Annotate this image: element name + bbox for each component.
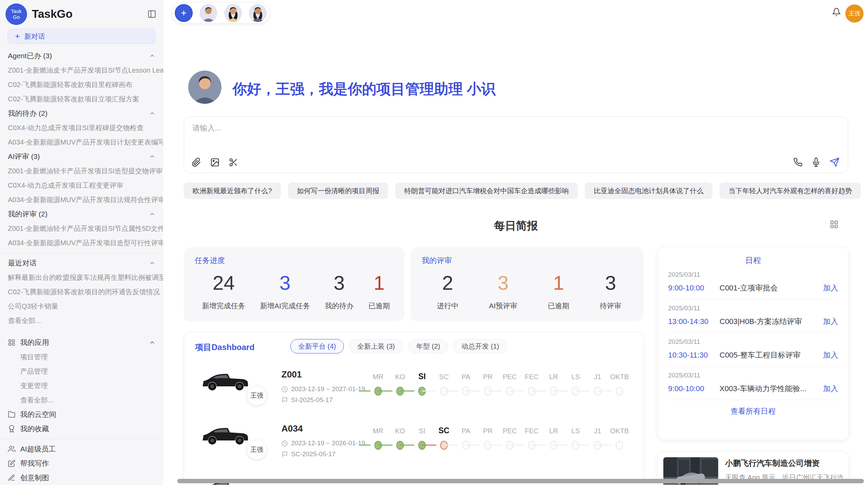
dashboard-tab[interactable]: 动总开发 (1) <box>454 339 507 353</box>
project-dates-text: 2023-12-19 ~ 2026-01-19 <box>291 439 365 447</box>
sidebar-recent-item[interactable]: 查看全部... <box>0 313 163 328</box>
input-right-tools <box>793 157 840 167</box>
sidebar-task-item[interactable]: C0X4-动力总成开发项目工程变更评审 <box>0 178 163 192</box>
sidebar-task-item[interactable]: Z001-全新燃油轻卡产品开发项目SI造型提交物评审 <box>0 164 163 178</box>
project-car-image <box>200 420 252 451</box>
sidebar-task-item[interactable]: C0X4-动力总成开发项目SI里程碑提交物检查 <box>0 121 163 135</box>
stat-label: 我的待办 <box>325 301 353 311</box>
sidebar-tool-users[interactable]: AI超级员工 <box>0 442 163 456</box>
folder-icon <box>8 411 15 418</box>
agent-avatar[interactable] <box>200 4 217 22</box>
project-dashboard-card: 项目Dashboard 全新平台 (4)全新上装 (3)年型 (2)动总开发 (… <box>184 332 643 485</box>
dashboard-tab[interactable]: 全新平台 (4) <box>290 339 344 353</box>
dashboard-tab[interactable]: 全新上装 (3) <box>349 339 403 353</box>
chevron-up-icon[interactable] <box>149 110 156 117</box>
voice-call-icon[interactable] <box>793 158 803 167</box>
brief-layout-icon[interactable] <box>830 220 839 229</box>
sidebar-group-header-0[interactable]: Agent已办 (3) <box>0 49 163 63</box>
milestone-line <box>532 390 546 391</box>
chevron-up-icon[interactable] <box>149 52 156 59</box>
chevron-up-icon[interactable] <box>149 153 156 160</box>
sidebar-task-item[interactable]: A034-全新新能源MUV产品开发项目造型可行性评审 <box>0 236 163 250</box>
send-icon[interactable] <box>830 157 840 167</box>
schedule-date: 2025/03/11 <box>668 271 838 278</box>
sidebar-item-label: 我的收藏 <box>20 424 156 434</box>
chevron-up-icon[interactable] <box>149 260 156 266</box>
sidebar-task-item[interactable]: A034-全新新能源MUV产品开发项目法规符合性评审 <box>0 192 163 207</box>
join-link[interactable]: 加入 <box>823 316 838 327</box>
dashboard-tab[interactable]: 年型 (2) <box>408 339 448 353</box>
users-icon <box>8 445 15 453</box>
sidebar-collapse-icon[interactable] <box>147 10 156 18</box>
sidebar-list: Agent已办 (3)Z001-全新燃油皮卡产品开发项目SI节点Lesson L… <box>0 44 163 485</box>
sidebar-group-label: AI评审 (3) <box>8 152 149 161</box>
sidebar-task-item[interactable]: C02-飞腾新能源轻客改款项目立项汇报方案 <box>0 92 163 106</box>
sidebar-task-item[interactable]: Z001-全新燃油皮卡产品开发项目SI节点Lesson Learn报告 <box>0 63 163 77</box>
flag-icon <box>281 451 288 458</box>
plus-icon <box>14 33 21 40</box>
chevron-up-icon[interactable] <box>149 211 156 217</box>
clock-icon <box>281 440 288 447</box>
edit-icon <box>8 460 15 467</box>
stat-value: 1 <box>368 271 390 294</box>
milestone-line <box>378 445 393 446</box>
sidebar-app-item[interactable]: 变更管理 <box>0 378 163 393</box>
milestone-line <box>400 445 414 446</box>
notification-bell-icon[interactable] <box>832 8 841 16</box>
stat-card-1: 我的评审2进行中3AI预评审1已逾期3待评审 <box>411 247 643 321</box>
sidebar-app-item[interactable]: 产品管理 <box>0 364 163 378</box>
user-avatar[interactable]: 王强 <box>845 4 864 23</box>
sidebar-item-award[interactable]: 我的收藏 <box>0 422 163 436</box>
image-upload-icon[interactable] <box>210 158 220 167</box>
stat-label: 新增AI完成任务 <box>260 301 310 311</box>
milestone-line <box>359 390 371 391</box>
new-chat-button[interactable]: 新对话 <box>8 29 156 44</box>
attachment-icon[interactable] <box>192 158 201 167</box>
schedule-event-title: C005-整车工程目标评审 <box>720 350 823 360</box>
sidebar-recent-item[interactable]: C02-飞腾新能源轻客改款项目的闭环通告反馈情况 <box>0 285 163 299</box>
project-code: Z001 <box>281 369 302 380</box>
sidebar-recent-item[interactable]: 公司Q3轻卡销量 <box>0 299 163 313</box>
agent-avatar[interactable] <box>224 4 242 22</box>
suggestion-chip[interactable]: 如何写一份清晰的项目周报 <box>288 183 388 199</box>
sidebar-tool-pen[interactable]: 创意制图 <box>0 471 163 485</box>
stat-value: 2 <box>437 271 458 294</box>
sidebar-app-item[interactable]: 项目管理 <box>0 350 163 364</box>
sidebar-group-header-1[interactable]: 我的待办 (2) <box>0 106 163 121</box>
suggestion-chip[interactable]: 特朗普可能对进口汽车增税会对中国车企造成哪些影响 <box>395 183 578 199</box>
suggestion-chip[interactable]: 比亚迪全固态电池计划具体说了什么 <box>585 183 712 199</box>
sidebar-tool-edit[interactable]: 帮我写作 <box>0 456 163 471</box>
schedule-date: 2025/03/11 <box>668 338 838 346</box>
chat-input-card <box>184 116 848 173</box>
sidebar-app-item[interactable]: 查看全部... <box>0 393 163 407</box>
sidebar-recent-item[interactable]: 解释最新出台的欧盟报废车法规再生塑料比例被调至15%... <box>0 270 163 285</box>
microphone-icon[interactable] <box>811 158 821 167</box>
sidebar-group-recent[interactable]: 最近对话 <box>0 256 163 270</box>
milestone-line <box>359 445 371 446</box>
sidebar-task-item[interactable]: A034-全新新能源MUV产品开发项目计划变更表编写 <box>0 135 163 149</box>
sidebar-task-item[interactable]: Z001-全新燃油轻卡产品开发项目SI节点属性5D文件评审 <box>0 221 163 236</box>
suggestion-chip[interactable]: 欧洲新规最近颁布了什么? <box>184 183 281 199</box>
view-all-schedule-link[interactable]: 查看所有日程 <box>668 406 838 416</box>
chat-input[interactable] <box>192 123 840 150</box>
stat-value: 3 <box>600 271 622 294</box>
project-flag-date: SC-2025-05-17 <box>281 450 336 458</box>
stat-value: 3 <box>260 271 310 294</box>
sidebar-item-folder[interactable]: 我的云空间 <box>0 407 163 422</box>
suggestion-chip[interactable]: 当下年轻人对汽车外观有怎样的喜好趋势 <box>720 183 861 199</box>
join-link[interactable]: 加入 <box>823 350 838 360</box>
horizontal-scrollbar[interactable] <box>177 479 864 483</box>
join-link[interactable]: 加入 <box>823 283 838 293</box>
add-agent-button[interactable] <box>175 4 193 22</box>
sidebar-task-item[interactable]: C02-飞腾新能源轻客改款项目里程碑画布 <box>0 77 163 92</box>
join-link[interactable]: 加入 <box>823 384 838 394</box>
screenshot-scissors-icon[interactable] <box>229 158 238 167</box>
app-title: TaskGo <box>32 8 147 21</box>
chevron-up-icon[interactable] <box>149 339 156 346</box>
sidebar-group-header-3[interactable]: 我的评审 (2) <box>0 207 163 221</box>
sidebar-group-header-2[interactable]: AI评审 (3) <box>0 149 163 164</box>
agent-avatars <box>200 4 267 22</box>
agent-avatar[interactable] <box>249 4 267 22</box>
stat-card-0: 任务进度24新增完成任务3新增AI完成任务3我的待办1已逾期 <box>184 247 404 321</box>
sidebar-item-my-apps[interactable]: 我的应用 <box>0 335 163 350</box>
